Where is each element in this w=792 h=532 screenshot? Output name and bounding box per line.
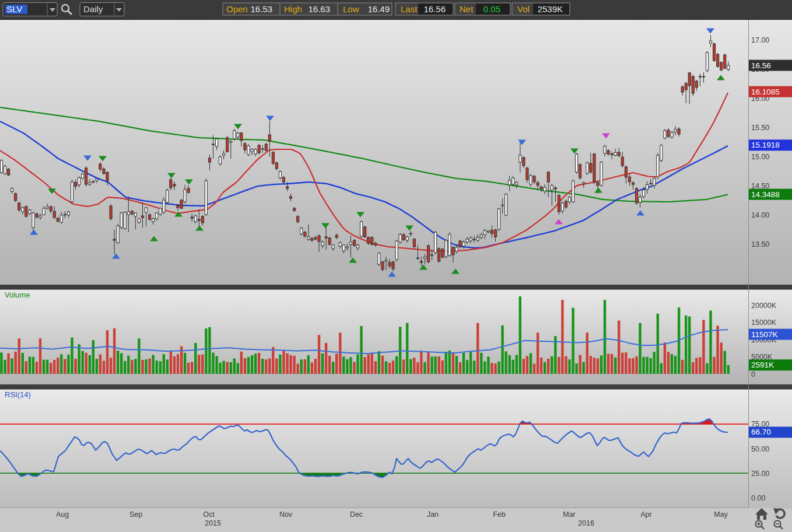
svg-text:66.70: 66.70: [751, 428, 771, 436]
svg-text:Vol: Vol: [517, 4, 530, 14]
svg-text:Nov: Nov: [279, 510, 293, 519]
svg-text:Apr: Apr: [640, 510, 651, 519]
svg-text:0.05: 0.05: [483, 4, 500, 14]
svg-text:Low: Low: [343, 4, 359, 14]
svg-text:Feb: Feb: [493, 510, 506, 519]
svg-text:13.50: 13.50: [751, 240, 769, 249]
svg-text:Open: Open: [226, 4, 248, 14]
svg-text:Mar: Mar: [563, 510, 576, 519]
svg-text:50.00: 50.00: [751, 445, 769, 453]
svg-text:15.50: 15.50: [751, 124, 769, 132]
svg-text:May: May: [714, 510, 728, 519]
svg-text:20000K: 20000K: [751, 302, 777, 310]
svg-text:16.63: 16.63: [308, 4, 330, 14]
svg-text:Dec: Dec: [350, 510, 363, 519]
svg-text:High: High: [284, 4, 302, 14]
svg-text:16.1085: 16.1085: [751, 88, 780, 96]
svg-text:2591K: 2591K: [751, 360, 774, 369]
svg-text:Net: Net: [460, 4, 474, 14]
svg-text:Oct: Oct: [203, 510, 215, 519]
svg-text:25.00: 25.00: [751, 470, 769, 478]
svg-text:17.00: 17.00: [751, 36, 769, 44]
svg-text:0.00: 0.00: [751, 494, 765, 502]
svg-text:SLV: SLV: [6, 4, 22, 14]
svg-text:Jan: Jan: [427, 510, 439, 519]
svg-text:16.49: 16.49: [367, 4, 390, 14]
svg-text:Last: Last: [401, 4, 418, 14]
svg-text:Aug: Aug: [56, 510, 69, 519]
svg-text:2015: 2015: [205, 519, 221, 527]
svg-text:Sep: Sep: [129, 510, 142, 519]
svg-text:14.3488: 14.3488: [751, 190, 780, 199]
svg-text:0: 0: [751, 370, 755, 379]
svg-text:15000K: 15000K: [751, 318, 777, 327]
svg-text:16.56: 16.56: [423, 4, 446, 14]
svg-text:15.00: 15.00: [751, 153, 769, 161]
svg-text:14.50: 14.50: [751, 182, 769, 190]
svg-text:RSI(14): RSI(14): [5, 390, 31, 399]
svg-text:Daily: Daily: [83, 4, 103, 14]
svg-text:11507K: 11507K: [751, 330, 778, 339]
svg-text:14.00: 14.00: [751, 211, 769, 219]
svg-text:2539K: 2539K: [538, 4, 563, 14]
svg-text:16.53: 16.53: [250, 4, 272, 14]
svg-text:16.56: 16.56: [751, 61, 771, 70]
svg-text:2016: 2016: [578, 519, 594, 527]
svg-text:Volume: Volume: [5, 290, 30, 299]
svg-text:15.1918: 15.1918: [751, 141, 780, 149]
